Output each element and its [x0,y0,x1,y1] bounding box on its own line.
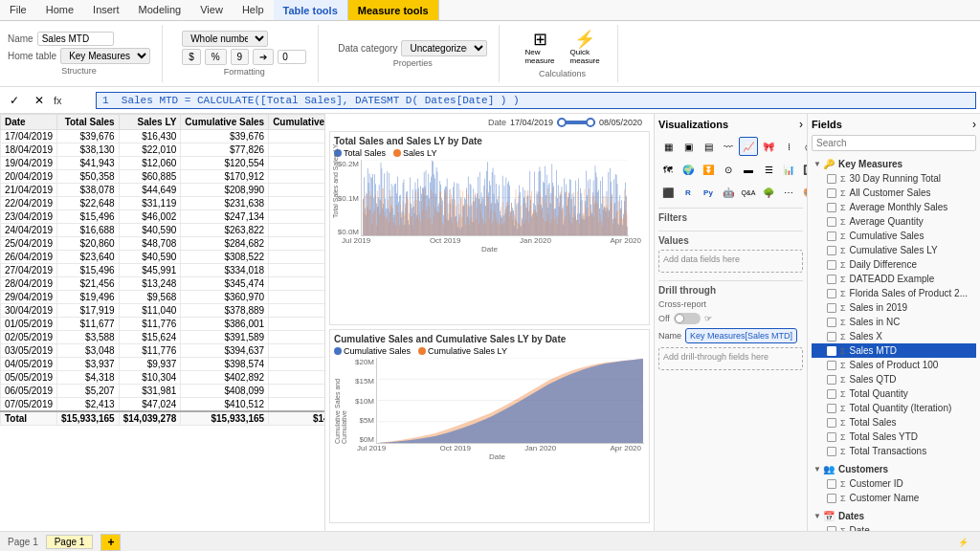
field-checkbox[interactable] [827,188,836,198]
list-item[interactable]: Σ Total Quantity [812,386,976,401]
vis-icon-scatter[interactable]: ⁞ [779,137,798,156]
field-checkbox[interactable] [827,432,836,442]
vis-icon-python[interactable]: Py [699,183,718,202]
vis-icon-matrix[interactable]: ⬛ [658,183,678,202]
vis-icon-pie[interactable]: ◔ [799,137,808,156]
list-item[interactable]: Σ Average Monthly Sales [812,200,976,214]
field-checkbox[interactable] [827,260,836,270]
field-checkbox[interactable] [827,404,836,413]
vis-toggle[interactable] [674,313,701,324]
date-end[interactable]: 08/05/2020 [599,118,642,127]
table-container[interactable]: Date Total Sales Sales LY Cumulative Sal… [0,114,324,531]
field-checkbox[interactable] [827,447,836,456]
name-input[interactable] [37,32,114,46]
fields-group-dates-header[interactable]: ▼ 📅 Dates [812,509,976,523]
decrease-decimal-btn[interactable]: ➔ [253,49,274,65]
field-checkbox[interactable] [827,389,836,399]
tab-table-tools[interactable]: Table tools [274,0,347,20]
vis-icon-qna[interactable]: Q&A [739,183,758,202]
vis-icon-map[interactable]: 🗺 [658,160,678,179]
fields-group-keymeasures-header[interactable]: ▼ 🔑 Key Measures [812,157,976,171]
vis-icon-kpi[interactable]: 📊 [779,160,798,179]
tab-home[interactable]: Home [36,0,83,20]
vis-icon-multirow[interactable]: ☰ [759,160,778,179]
vis-icon-ribbon[interactable]: 🎀 [759,137,778,156]
field-checkbox[interactable] [827,526,836,532]
list-item[interactable]: Σ Sales in NC [812,315,976,329]
tab-help[interactable]: Help [233,0,274,20]
field-checkbox[interactable] [827,246,836,255]
field-checkbox[interactable] [827,231,836,241]
fields-expand-icon[interactable]: › [972,118,976,131]
fields-group-customers-header[interactable]: ▼ 👥 Customers [812,462,976,476]
list-item[interactable]: Σ 30 Day Running Total [812,171,976,186]
vis-icon-stack[interactable]: ▣ [679,137,698,156]
add-page-btn[interactable]: + [100,534,121,551]
field-checkbox[interactable] [827,318,836,327]
list-item[interactable]: Σ Total Sales [812,415,976,430]
field-checkbox[interactable] [827,346,836,356]
field-checkbox[interactable] [827,361,836,370]
decimal-input[interactable] [278,50,306,64]
list-item[interactable]: Σ Sales X [812,329,976,343]
formula-x-btn[interactable]: ✕ [29,92,50,109]
list-item[interactable]: Σ Sales QTD [812,372,976,386]
quick-measure-btn[interactable]: ⚡ Quickmeasure [565,29,606,67]
hometable-select[interactable]: Key Measures [60,48,150,64]
comma-btn[interactable]: 9 [231,49,250,65]
list-item[interactable]: Σ Customer Name [812,491,976,505]
datacategory-select[interactable]: Uncategorized [401,40,487,56]
field-checkbox[interactable] [827,217,836,227]
field-checkbox[interactable] [827,479,836,489]
vis-icon-more[interactable]: ⋯ [779,183,798,202]
list-item[interactable]: Σ Total Sales YTD [812,430,976,444]
vis-icon-area[interactable]: 📈 [739,137,758,156]
tab-measure-tools[interactable]: Measure tools [347,0,439,20]
formula-check-btn[interactable]: ✓ [4,92,25,109]
vis-icon-line[interactable]: 〰 [719,137,738,156]
vis-drill-dropzone[interactable]: Add drill-through fields here [658,347,803,370]
formula-input[interactable] [96,92,976,109]
tab-view[interactable]: View [190,0,233,20]
fields-search-input[interactable] [812,135,976,151]
vis-icon-gauge[interactable]: ⊙ [719,160,738,179]
list-item[interactable]: Σ Cumulative Sales [812,229,976,243]
field-checkbox[interactable] [827,418,836,428]
date-slider[interactable] [557,121,595,124]
list-item[interactable]: Σ Sales of Product 100 [812,358,976,372]
vis-icon-r[interactable]: R [679,183,698,202]
list-item[interactable]: Σ Customer ID [812,476,976,491]
list-item[interactable]: Σ Daily Difference [812,257,976,272]
tab-modeling[interactable]: Modeling [129,0,191,20]
currency-btn[interactable]: $ [182,49,201,65]
vis-icon-fill[interactable]: 🌍 [679,160,698,179]
vis-expand-icon[interactable]: › [799,118,803,131]
field-checkbox[interactable] [827,174,836,184]
list-item[interactable]: Σ Average Quantity [812,214,976,229]
vis-icon-format[interactable]: 🎨 [799,183,808,202]
percent-btn[interactable]: % [205,49,227,65]
list-item[interactable]: Σ Florida Sales of Product 2... [812,286,976,300]
field-checkbox[interactable] [827,275,836,284]
list-item[interactable]: Σ Date [812,523,976,531]
tab-file[interactable]: File [0,0,36,20]
field-checkbox[interactable] [827,203,836,212]
vis-icon-100[interactable]: ▤ [699,137,718,156]
vis-icon-bar[interactable]: ▦ [658,137,678,156]
list-item[interactable]: Σ Total Transactions [812,444,976,458]
vis-icon-slicer[interactable]: 🔲 [799,160,808,179]
list-item[interactable]: Σ All Customer Sales [812,186,976,200]
field-checkbox[interactable] [827,494,836,503]
vis-icon-decomp[interactable]: 🌳 [759,183,778,202]
list-item[interactable]: Σ Sales MTD [812,343,976,358]
format-select[interactable]: Whole number [182,31,268,47]
list-item[interactable]: Σ DATEADD Example [812,272,976,286]
vis-icon-card[interactable]: ▬ [739,160,758,179]
vis-icon-funnel[interactable]: ⏬ [699,160,718,179]
page-1-tab[interactable]: Page 1 [46,535,94,549]
tab-insert[interactable]: Insert [83,0,129,20]
field-checkbox[interactable] [827,375,836,385]
field-checkbox[interactable] [827,303,836,313]
vis-icon-ai[interactable]: 🤖 [719,183,738,202]
field-checkbox[interactable] [827,289,836,298]
